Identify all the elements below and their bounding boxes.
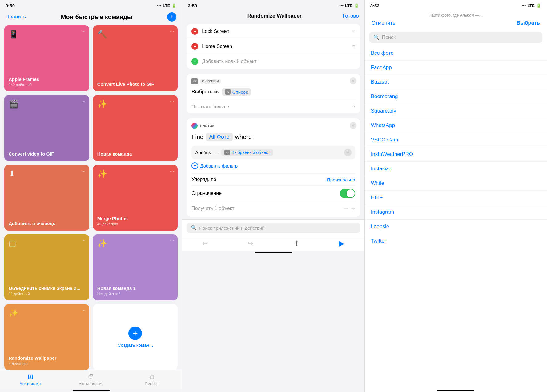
home-indicator-2 [255,252,292,253]
shortcut-card-apple-frames[interactable]: ··· 📱 Apple Frames 140 действий [4,25,89,91]
more-button-randomize[interactable]: ··· [81,308,85,313]
all-photo-pill-button[interactable]: All Фото [206,133,232,141]
find-label: Find [191,133,203,141]
more-button-convert-live[interactable]: ··· [170,29,174,34]
shortcut-card-merge-photos[interactable]: ··· ✨ Merge Photos 43 действия [93,165,178,231]
album-item-whatsapp[interactable]: WhatsApp [365,118,547,133]
home-screen-drag-handle[interactable]: ≡ [352,44,355,49]
home-indicator-1 [73,390,110,391]
remove-home-screen-button[interactable]: − [191,43,198,50]
sort-value-button[interactable]: Произвольно [327,177,355,182]
scripts-icon: ⚙ [191,78,198,84]
limit-toggle[interactable] [340,189,355,198]
album-item-all-photos[interactable]: Все фото [365,46,547,61]
list-pill-icon: ⚙ [225,89,231,95]
cancel-button[interactable]: Отменить [372,20,396,26]
my-shortcuts-title: Мои быстрые команды [61,14,132,21]
album-item-instagram[interactable]: Instagram [365,205,547,220]
album-item-instasize[interactable]: Instasize [365,162,547,176]
share-button[interactable]: ⬆ [294,240,299,247]
gallery-tab-icon: ⧉ [149,373,154,381]
shortcut-card-combine-screens[interactable]: ··· ▢ Объединить снимки экрана и... 11 д… [4,234,89,300]
merge-photos-icon: ✨ [97,169,174,179]
choose-from-row: Выбрать из ⚙ Список [191,88,355,96]
photos-badge: PHOTOS [200,124,214,128]
status-bar-2: 3:53 ▪▪▪ LTE 🔋 [182,0,364,10]
album-item-vsco-cam[interactable]: VSCO Cam [365,133,547,147]
list-pill-button[interactable]: ⚙ Список [222,88,251,96]
action-search-field[interactable]: 🔍 Поиск приложений и действий [187,223,360,233]
lte-label-3: LTE [527,3,535,8]
edit-button[interactable]: Править [6,14,26,20]
new-shortcut-icon: ✨ [97,99,174,109]
scripts-badge: СКРИПТЫ [200,79,221,84]
add-new-object-button[interactable]: + [191,58,198,65]
scripts-close-button[interactable]: ✕ [350,77,356,84]
shortcut-card-new-shortcut[interactable]: ··· ✨ Новая команда [93,95,178,161]
album-item-instaweather[interactable]: InstaWeatherPRO [365,147,547,162]
show-more-row[interactable]: Показать больше › [191,100,355,109]
header-actions: Отменить Выбрать [370,20,541,26]
gallery-tab-label: Галерея [145,382,158,386]
album-item-boomerang[interactable]: Boomerang [365,89,547,104]
album-item-white[interactable]: White [365,176,547,191]
album-item-heif[interactable]: HEIF [365,191,547,205]
album-item-bazaart[interactable]: Bazaart [365,75,547,89]
shortcut-card-create-new[interactable]: + Создать коман... [93,304,178,370]
where-label: where [235,133,252,141]
new-shortcut1-name: Новая команда 1 [97,286,174,291]
more-button-convert-video[interactable]: ··· [81,99,85,104]
photos-close-button[interactable]: ✕ [350,122,356,129]
redo-button[interactable]: ↪ [248,240,253,247]
home-screen-item[interactable]: − Home Screen ≡ [187,39,360,54]
more-button-combine-screens[interactable]: ··· [81,238,85,244]
tab-automation[interactable]: ⏱ Автоматизация [61,373,121,386]
lock-screen-drag-handle[interactable]: ≡ [352,29,355,34]
show-more-chevron-icon: › [353,104,355,109]
my-shortcuts-tab-icon: ⊞ [28,373,33,381]
album-item-twitter[interactable]: Twitter [365,234,547,248]
shortcut-card-randomize[interactable]: ··· ✨ Randomize Wallpaper 4 действия [4,304,89,370]
add-shortcut-button[interactable]: + [167,12,176,22]
tab-gallery[interactable]: ⧉ Галерея [121,373,182,386]
choose-button[interactable]: Выбрать [517,20,540,26]
done-button[interactable]: Готово [343,13,359,19]
album-search-bar[interactable]: 🔍 Поиск [369,32,542,43]
randomize-name: Randomize Wallpaper [9,355,85,361]
shortcut-card-convert-video[interactable]: ··· 🎬 Convert video to GIF [4,95,89,161]
bottom-toolbar-2: ↩ ↪ ⬆ ▶ [182,236,364,251]
get-minus-button[interactable]: − [344,204,348,212]
album-search-placeholder: Поиск [382,35,396,40]
shortcut-card-add-queue[interactable]: ··· ⬇ Добавить в очередь [4,165,89,231]
remove-lock-screen-button[interactable]: − [191,28,198,35]
shortcut-card-new-shortcut1[interactable]: ··· ✨ Новая команда 1 Нет действий [93,234,178,300]
more-button-new-shortcut[interactable]: ··· [170,99,174,104]
undo-button[interactable]: ↩ [202,240,208,247]
selected-object-pill[interactable]: ⚙ Выбранный объект [221,149,273,156]
get-plus-button[interactable]: + [351,204,355,212]
automation-tab-icon: ⏱ [88,373,95,381]
convert-video-icon: 🎬 [9,99,85,109]
battery-icon-3: 🔋 [536,3,541,8]
create-plus-icon: + [128,327,142,340]
more-button-new-shortcut1[interactable]: ··· [170,238,174,244]
shortcut-card-convert-live[interactable]: ··· 🔨 Convert Live Photo to GIF [93,25,178,91]
add-filter-row[interactable]: + Добавить фильтр [191,162,355,169]
add-new-item[interactable]: + Добавить новый объект [187,54,360,69]
status-bar-1: 3:50 ▪▪▪ LTE 🔋 [0,0,182,10]
album-item-loopsie[interactable]: Loopsie [365,220,547,234]
lock-screen-label: Lock Screen [202,29,348,34]
time-1: 3:50 [6,3,15,8]
album-search-icon: 🔍 [373,34,380,40]
more-button-add-queue[interactable]: ··· [81,168,85,174]
more-button-apple-frames[interactable]: ··· [81,29,85,34]
tab-my-shortcuts[interactable]: ⊞ Мои команды [0,373,61,386]
scripts-card: ✕ ⚙ СКРИПТЫ Выбрать из ⚙ Список Показать… [187,74,360,113]
lock-screen-item[interactable]: − Lock Screen ≡ [187,24,360,39]
remove-filter-button[interactable]: − [344,149,352,156]
more-button-merge-photos[interactable]: ··· [170,168,174,174]
album-item-faceapp[interactable]: FaceApp [365,61,547,75]
album-item-squaready[interactable]: Squaready [365,104,547,118]
play-button[interactable]: ▶ [339,240,344,247]
filter-dash: — [214,150,219,155]
